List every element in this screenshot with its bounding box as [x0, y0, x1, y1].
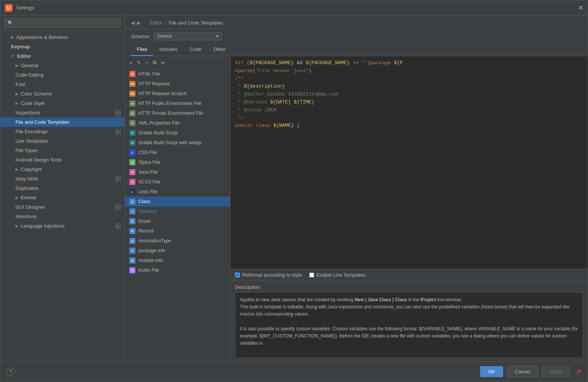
sidebar-item-label: File Types — [15, 148, 38, 153]
cancel-button[interactable]: Cancel — [507, 366, 538, 377]
live-templates-checkbox[interactable] — [309, 273, 314, 277]
file-item-kotlin[interactable]: K Kotlin File — [125, 265, 230, 275]
sidebar-item-android-design-tools[interactable]: Android Design Tools — [0, 155, 124, 165]
file-item-xml-properties[interactable]: X XML Properties File — [125, 118, 230, 128]
tab-files[interactable]: Files — [131, 43, 153, 56]
sidebar-item-label: Intentions — [15, 214, 37, 219]
arrow-icon: ▼ — [11, 54, 15, 58]
sidebar-item-label: Android Design Tools — [15, 157, 62, 163]
tab-other[interactable]: Other — [207, 43, 232, 56]
sidebar-item-language-injections[interactable]: ▶ Language Injections ⊡ — [0, 221, 124, 231]
sidebar-item-code-style[interactable]: ▶ Code Style — [0, 99, 124, 108]
file-item-http-private[interactable]: H HTTP Private Environment File — [125, 108, 230, 118]
file-item-label: HTTP Public Environment File — [138, 101, 201, 106]
api-icon: API — [129, 91, 135, 97]
sidebar-item-duplicates[interactable]: Duplicates — [0, 183, 124, 193]
editor-area: + ✎ − ⧉ ↩ H HTML File API HTTP Requ — [125, 56, 588, 361]
file-item-html[interactable]: H HTML File — [125, 69, 230, 79]
file-list: H HTML File API HTTP Request API HTTP Re… — [125, 69, 230, 361]
title-bar: IJ Settings ✕ — [0, 0, 588, 15]
sidebar-item-inlay-hints[interactable]: Inlay Hints ⊡ — [0, 174, 124, 183]
live-templates-label[interactable]: Enable Live Templates — [316, 272, 366, 278]
file-item-http-request[interactable]: API HTTP Request — [125, 79, 230, 89]
file-item-label: HTTP Request Scratch — [138, 91, 187, 96]
file-item-annotation[interactable]: @ AnnotationType — [125, 236, 230, 246]
back-button[interactable]: ◀ — [131, 20, 135, 26]
description-label: Description: — [235, 284, 583, 290]
file-item-label: CSS File — [138, 150, 157, 155]
code-editor[interactable]: #if (${PACKAGE_NAME} && ${PACKAGE_NAME} … — [230, 56, 588, 269]
edit-button[interactable]: ✎ — [135, 59, 142, 66]
sidebar-item-label: Inlay Hints — [15, 176, 38, 182]
sidebar-item-label: GUI Designer — [15, 204, 45, 210]
file-item-http-public[interactable]: H HTTP Public Environment File — [125, 99, 230, 108]
reset-button[interactable]: ↩ — [160, 59, 167, 66]
live-templates-checkbox-row: Enable Live Templates — [309, 272, 366, 278]
file-item-label: Kotlin File — [138, 268, 159, 273]
tab-code[interactable]: Code — [184, 43, 207, 56]
main-content: ◀ ▶ Editor › File and Code Templates Sch… — [125, 15, 588, 361]
tab-includes[interactable]: Includes — [153, 43, 183, 56]
sidebar-item-inspections[interactable]: Inspections ⊡ — [0, 108, 124, 117]
sidebar-item-live-templates[interactable]: Live Templates — [0, 136, 124, 146]
sidebar-item-copyright[interactable]: ▶ Copyright — [0, 165, 124, 174]
sidebar-item-label: Inspections — [15, 110, 40, 116]
file-item-enum[interactable]: E Enum — [125, 216, 230, 226]
file-item-label: Gradle Build Script with wrapp — [138, 140, 201, 145]
file-list-toolbar: + ✎ − ⧉ ↩ — [125, 56, 230, 69]
sidebar-item-gui-designer[interactable]: GUI Designer ⊡ — [0, 202, 124, 212]
sidebar-item-appearance[interactable]: ▶ Appearance & Behavior — [0, 32, 124, 42]
file-item-package-info[interactable]: P package-info — [125, 246, 230, 256]
close-button[interactable]: ✕ — [578, 4, 583, 11]
desc-text: Applies to new Java classes that are cre… — [240, 297, 578, 346]
file-item-interface[interactable]: I Interface — [125, 206, 230, 216]
sidebar-item-emmet[interactable]: ▶ Emmet — [0, 193, 124, 202]
file-item-module-info[interactable]: M module-info — [125, 256, 230, 265]
file-item-label: SCSS File — [138, 179, 160, 185]
content-area: ▶ Appearance & Behavior Keymap ▼ Editor … — [0, 15, 588, 361]
sidebar-item-label: Editor — [17, 53, 31, 59]
file-item-label: AnnotationType — [138, 238, 171, 243]
scss-icon: S — [129, 179, 135, 185]
apply-button[interactable]: Apply — [542, 366, 570, 377]
sidebar-item-editor[interactable]: ▼ Editor — [0, 51, 124, 61]
file-item-css[interactable]: C CSS File — [125, 148, 230, 157]
sidebar-item-color-scheme[interactable]: ▶ Color Scheme — [0, 89, 124, 99]
reformat-label[interactable]: Reformat according to style — [242, 272, 302, 278]
breadcrumb-editor[interactable]: Editor — [150, 20, 163, 26]
sidebar-item-file-encodings[interactable]: File Encodings ⊡ — [0, 127, 124, 136]
file-item-gradle-wrap[interactable]: G Gradle Build Script with wrapp — [125, 138, 230, 148]
file-item-scss[interactable]: S SCSS File — [125, 177, 230, 187]
sidebar-item-file-and-code-templates[interactable]: File and Code Templates — [0, 117, 124, 127]
file-item-stylus[interactable]: S Stylus File — [125, 157, 230, 167]
file-item-less[interactable]: L Less File — [125, 187, 230, 197]
file-item-label: HTTP Private Environment File — [138, 111, 203, 116]
file-item-class[interactable]: C Class — [125, 197, 230, 206]
badge-icon: ⊡ — [115, 223, 121, 229]
forward-button[interactable]: ▶ — [137, 20, 141, 26]
scheme-select[interactable]: Default ▾ — [154, 32, 222, 40]
less-icon: L — [129, 189, 135, 195]
sidebar-item-label: Color Scheme — [21, 91, 52, 97]
sidebar-item-general[interactable]: ▶ General — [0, 61, 124, 70]
remove-button[interactable]: − — [144, 59, 150, 66]
help-button[interactable]: ? — [6, 368, 15, 376]
sidebar-item-intentions[interactable]: Intentions — [0, 212, 124, 221]
sidebar-item-code-editing[interactable]: Code Editing — [0, 70, 124, 80]
add-button[interactable]: + — [128, 59, 134, 66]
copy-button[interactable]: ⧉ — [151, 59, 158, 66]
description-box: Applies to new Java classes that are cre… — [235, 292, 583, 358]
sidebar-item-file-types[interactable]: File Types — [0, 146, 124, 155]
reformat-checkbox[interactable] — [235, 273, 240, 277]
window-title: Settings — [16, 5, 578, 11]
html-icon: H — [129, 71, 135, 77]
file-item-record[interactable]: R Record — [125, 226, 230, 236]
file-item-sass[interactable]: S Sass File — [125, 167, 230, 177]
file-item-http-scratch[interactable]: API HTTP Request Scratch — [125, 89, 230, 99]
arrow-icon: ▶ — [11, 35, 14, 39]
search-input[interactable] — [4, 18, 121, 28]
sidebar-item-keymap[interactable]: Keymap — [0, 42, 124, 51]
sidebar-item-font[interactable]: Font — [0, 80, 124, 89]
file-item-gradle-build[interactable]: G Gradle Build Script — [125, 128, 230, 138]
ok-button[interactable]: OK — [480, 366, 503, 377]
